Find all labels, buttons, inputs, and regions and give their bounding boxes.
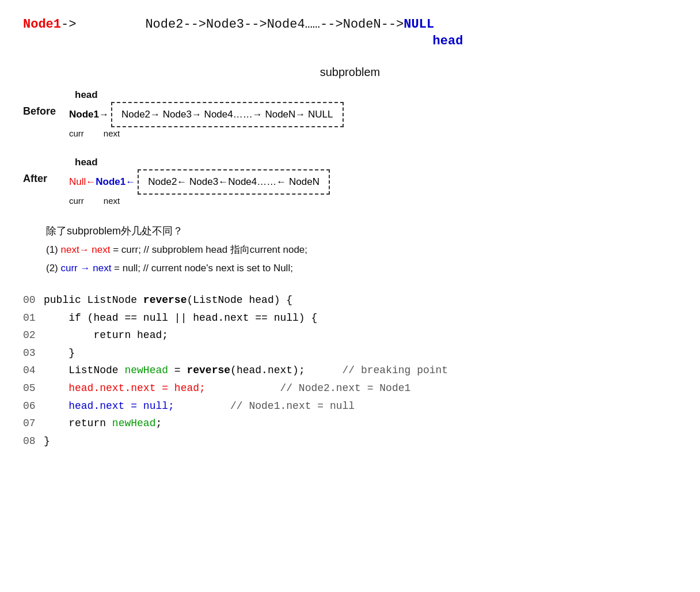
code-line-06: 06 head.next = null; // Node1.next = nul…: [23, 397, 677, 415]
code-text-06: head.next = null; // Node1.next = null: [44, 397, 355, 415]
code-text-07: return newHead;: [44, 415, 162, 432]
before-nodes: Node1→ Node2→ Node3→ Node4……→ NodeN→ NUL…: [69, 102, 344, 127]
code-line-08: 08 }: [23, 432, 677, 450]
before-label: Before: [23, 89, 69, 117]
before-bottom-labels: curr next: [69, 128, 344, 138]
code-line-02: 02 return head;: [23, 327, 677, 344]
code-line-07: 07 return newHead;: [23, 415, 677, 432]
chain-text: Node2-->Node3-->Node4……-->NodeN-->: [145, 17, 404, 32]
line-num-06: 06: [23, 397, 44, 415]
node1-label: Node1: [23, 17, 61, 32]
differences-section: 除了subproblem外几处不同？ (1) next→ next = curr…: [46, 224, 677, 275]
diff1-rest: = curr; // subproblem head 指向current nod…: [111, 244, 308, 255]
after-label: After: [23, 157, 69, 185]
subproblem-section: subproblem Before head Node1→ Node2→ Nod…: [23, 66, 677, 206]
before-next: next: [104, 128, 120, 138]
after-chain: Node2← Node3←Node4……← NodeN: [148, 176, 319, 188]
line-num-08: 08: [23, 432, 44, 450]
diff2-prefix: (2): [46, 263, 61, 274]
after-next: next: [104, 196, 120, 206]
after-head-label: head: [75, 157, 330, 168]
code-section: 00 public ListNode reverse(ListNode head…: [23, 291, 677, 450]
line-num-03: 03: [23, 344, 44, 362]
before-content: head Node1→ Node2→ Node3→ Node4……→ NodeN…: [69, 89, 344, 138]
after-content: head Null← Node1← Node2← Node3←Node4……← …: [69, 157, 330, 206]
diff2-rest: = null; // current node's next is set to…: [111, 263, 293, 274]
line-num-02: 02: [23, 327, 44, 344]
line-num-00: 00: [23, 291, 44, 309]
code-line-03: 03 }: [23, 344, 677, 362]
subproblem-title: subproblem: [23, 66, 677, 79]
code-line-01: 01 if (head == null || head.next == null…: [23, 309, 677, 327]
after-bottom-labels: curr next: [69, 196, 330, 206]
after-null: Null←: [69, 176, 96, 188]
node-chain: Node2-->Node3-->Node4……-->NodeN-->NULL: [145, 17, 434, 32]
line-num-01: 01: [23, 309, 44, 327]
code-line-05: 05 head.next.next = head; // Node2.next …: [23, 380, 677, 397]
line-num-07: 07: [23, 415, 44, 432]
line-num-04: 04: [23, 362, 44, 380]
code-text-00: public ListNode reverse(ListNode head) {: [44, 291, 292, 309]
before-chain: Node2→ Node3→ Node4……→ NodeN→ NULL: [121, 109, 333, 120]
code-text-03: }: [44, 344, 75, 362]
diff1-prefix: (1): [46, 244, 61, 255]
before-diagram-row: Before head Node1→ Node2→ Node3→ Node4………: [23, 89, 677, 138]
diff2-blue: curr → next: [61, 263, 112, 274]
diff1-red: next→ next: [61, 244, 111, 255]
code-text-05: head.next.next = head; // Node2.next = N…: [44, 380, 410, 397]
diff-item-2: (2) curr → next = null; // current node'…: [46, 261, 677, 276]
code-text-04: ListNode newHead = reverse(head.next); /…: [44, 362, 448, 380]
after-dashed-box: Node2← Node3←Node4……← NodeN: [138, 169, 330, 195]
after-diagram-row: After head Null← Node1← Node2← Node3←Nod…: [23, 157, 677, 206]
head-pointer-label: head: [219, 34, 677, 48]
code-text-02: return head;: [44, 327, 168, 344]
after-curr: curr: [69, 196, 84, 206]
after-node1: Node1←: [96, 176, 135, 188]
before-node1: Node1→: [69, 109, 109, 120]
code-line-04: 04 ListNode newHead = reverse(head.next)…: [23, 362, 677, 380]
code-text-01: if (head == null || head.next == null) {: [44, 309, 317, 327]
before-head-label: head: [75, 89, 344, 101]
before-curr: curr: [69, 128, 84, 138]
diff-item-1: (1) next→ next = curr; // subproblem hea…: [46, 242, 677, 257]
after-nodes: Null← Node1← Node2← Node3←Node4……← NodeN: [69, 169, 330, 195]
top-chain-line: Node1 -> Node2-->Node3-->Node4……-->NodeN…: [23, 17, 677, 32]
code-line-00: 00 public ListNode reverse(ListNode head…: [23, 291, 677, 309]
null-label: NULL: [404, 17, 434, 32]
line-num-05: 05: [23, 380, 44, 397]
before-dashed-box: Node2→ Node3→ Node4……→ NodeN→ NULL: [111, 102, 344, 127]
top-arrow: ->: [61, 17, 76, 32]
code-text-08: }: [44, 432, 50, 450]
diff-title: 除了subproblem外几处不同？: [46, 224, 677, 238]
